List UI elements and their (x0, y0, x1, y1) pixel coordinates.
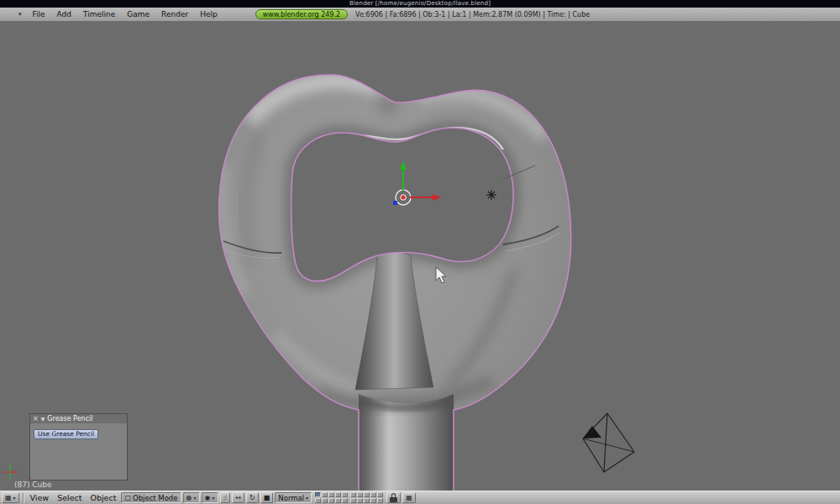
draw-type-sphere-icon: ● (186, 495, 192, 501)
lock-toggle[interactable] (386, 492, 401, 503)
layer-toggle[interactable] (342, 492, 348, 497)
panel-collapse-icon[interactable]: ▼ (41, 416, 45, 422)
menu-game[interactable]: Game (121, 10, 155, 18)
chevron-down-icon: ▾ (306, 495, 308, 501)
layer-toggle[interactable] (364, 492, 370, 497)
rotate-manipulator-toggle[interactable]: ↻ (246, 492, 259, 503)
hand-icon: ☝ (223, 495, 228, 501)
object-center-dot (401, 195, 406, 200)
draw-type-select[interactable]: ● ▾ (183, 492, 200, 503)
manipulator-hand-toggle[interactable]: ☝ (220, 492, 231, 503)
layer-toggle[interactable] (364, 498, 370, 503)
separator (23, 493, 24, 503)
menu-help[interactable]: Help (194, 10, 223, 18)
layer-toggle[interactable] (370, 492, 376, 497)
top-menubar: ▾ File Add Timeline Game Render Help www… (0, 8, 840, 22)
layer-toggle[interactable] (322, 498, 328, 503)
key-model[interactable] (219, 75, 571, 491)
translate-manipulator-toggle[interactable]: ↔ (232, 492, 244, 503)
object-mode-icon: □ (124, 495, 131, 501)
scale-manipulator-toggle[interactable]: ■ (260, 492, 274, 503)
layer-toggle[interactable] (322, 492, 328, 497)
layer-toggle[interactable] (350, 498, 356, 503)
pivot-icon: ◉ (205, 495, 211, 501)
layers-grid (315, 492, 383, 503)
layer-toggle[interactable] (315, 498, 321, 503)
panel-close-icon[interactable]: × (33, 415, 39, 423)
editor-type-select[interactable]: ▦ ▾ (2, 492, 19, 503)
orientation-select-label: Normal (278, 494, 304, 502)
grease-pencil-panel-header[interactable]: × ▼ Grease Pencil (30, 414, 127, 423)
editor-type-icon: ▦ (5, 495, 12, 501)
layer-toggle[interactable] (335, 492, 341, 497)
viewport-3d[interactable]: × ▼ Grease Pencil Use Grease Pencil (87)… (0, 22, 840, 491)
translate-icon: ↔ (235, 495, 241, 501)
header-collapse-icon[interactable]: ▾ (18, 11, 22, 18)
chevron-down-icon: ▾ (193, 495, 196, 501)
grease-pencil-panel: × ▼ Grease Pencil Use Grease Pencil (29, 413, 128, 480)
menu-add[interactable]: Add (51, 10, 77, 18)
transform-manipulator[interactable] (393, 161, 441, 205)
window-titlebar: Blender [/home/eugenio/Desktop/llave.ble… (0, 0, 840, 8)
render-grid-icon: ▦ (406, 495, 412, 501)
view3d-header: ▦ ▾ View Select Object □ Object Mode ● ▾… (0, 491, 840, 504)
scene-stats: Ve:6906 | Fa:6896 | Ob:3-1 | La:1 | Mem:… (355, 11, 590, 18)
manipulator-z-handle (393, 201, 397, 205)
orientation-select[interactable]: Normal ▾ (275, 492, 312, 503)
object-menu[interactable]: Object (86, 493, 120, 502)
view-menu[interactable]: View (26, 493, 54, 502)
menu-timeline[interactable]: Timeline (77, 10, 121, 18)
use-grease-pencil-button[interactable]: Use Grease Pencil (34, 429, 98, 439)
layer-toggle[interactable] (370, 498, 376, 503)
mode-select-label: Object Mode (133, 494, 178, 502)
menu-file[interactable]: File (27, 10, 51, 18)
window-title: Blender [/home/eugenio/Desktop/llave.ble… (349, 0, 491, 7)
menu-render[interactable]: Render (155, 10, 194, 18)
layer-toggle[interactable] (377, 498, 383, 503)
active-object-label: (87) Cube (14, 480, 52, 489)
rotate-icon: ↻ (249, 495, 255, 501)
layer-toggle[interactable] (328, 498, 334, 503)
gear-icon (486, 190, 496, 200)
axis-gizmo (3, 465, 18, 479)
layer-toggle[interactable] (315, 492, 321, 497)
layer-toggle[interactable] (350, 492, 356, 497)
mode-select[interactable]: □ Object Mode (121, 492, 181, 503)
layer-toggle[interactable] (335, 498, 341, 503)
layer-toggle[interactable] (357, 492, 363, 497)
layer-toggle[interactable] (328, 492, 334, 497)
scale-icon: ■ (264, 495, 270, 501)
select-menu[interactable]: Select (53, 493, 86, 502)
chevron-down-icon: ▾ (13, 495, 16, 501)
render-this-view-button[interactable]: ▦ (402, 492, 416, 503)
layer-toggle[interactable] (342, 498, 348, 503)
layer-toggle[interactable] (357, 498, 363, 503)
version-badge[interactable]: www.blender.org 249.2 (255, 9, 348, 19)
lock-icon (390, 493, 397, 502)
pivot-point-select[interactable]: ◉ ▾ (202, 492, 218, 503)
chevron-down-icon: ▾ (212, 495, 214, 501)
layer-toggle[interactable] (377, 492, 383, 497)
panel-title: Grease Pencil (47, 415, 92, 423)
